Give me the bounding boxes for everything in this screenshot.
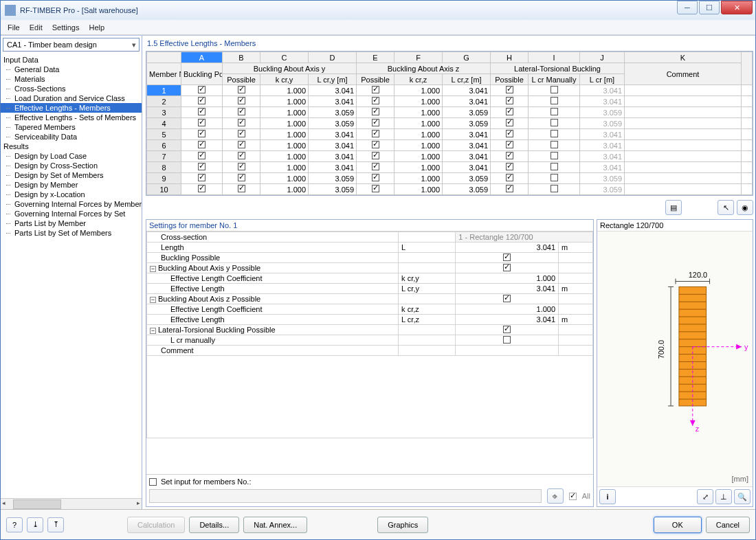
checkbox[interactable] <box>238 163 245 170</box>
checkbox[interactable] <box>198 119 205 126</box>
tree-node[interactable]: Design by Member <box>1 180 142 190</box>
view-icon-button[interactable]: ◉ <box>737 200 753 215</box>
table-row[interactable]: 41.0003.0591.0003.0593.059 <box>147 118 753 129</box>
menu-help[interactable]: Help <box>89 23 104 32</box>
checkbox[interactable] <box>551 174 558 181</box>
checkbox[interactable] <box>506 108 513 115</box>
checkbox[interactable] <box>551 185 558 192</box>
checkbox[interactable] <box>506 130 513 137</box>
tree-node[interactable]: Load Duration and Service Class <box>1 93 142 103</box>
checkbox[interactable] <box>506 152 513 159</box>
checkbox[interactable] <box>551 130 558 137</box>
nav-tree[interactable]: Input Data General DataMaterialsCross-Se… <box>1 54 142 498</box>
checkbox[interactable] <box>551 108 558 115</box>
checkbox[interactable] <box>198 185 205 192</box>
checkbox[interactable] <box>372 130 379 137</box>
all-check[interactable] <box>569 493 577 500</box>
collapse-icon[interactable]: − <box>150 328 156 334</box>
cancel-button[interactable]: Cancel <box>706 517 750 533</box>
table-row[interactable]: 11.0003.0411.0003.0413.041 <box>147 85 753 96</box>
checkbox[interactable] <box>198 174 205 181</box>
checkbox[interactable] <box>551 152 558 159</box>
import-icon-button[interactable]: ⤓ <box>27 517 43 532</box>
menu-file[interactable]: File <box>8 23 20 32</box>
minimize-button[interactable]: ─ <box>677 1 698 14</box>
col-possible-lt[interactable]: Possible <box>491 74 529 85</box>
checkbox[interactable] <box>238 108 245 115</box>
tree-hscroll[interactable] <box>1 498 142 509</box>
prop-lat-tor-check[interactable] <box>503 326 511 333</box>
axes-icon-button[interactable]: ⤢ <box>697 489 713 504</box>
col-letter-h[interactable]: H <box>491 52 529 63</box>
table-row[interactable]: 31.0003.0591.0003.0593.059 <box>147 107 753 118</box>
checkbox[interactable] <box>551 119 558 126</box>
graphics-button[interactable]: Graphics <box>377 517 428 533</box>
tree-node[interactable]: Cross-Sections <box>1 84 142 93</box>
table-row[interactable]: 51.0003.0411.0003.0413.041 <box>147 129 753 140</box>
prop-lcr-man-check[interactable] <box>503 336 511 344</box>
col-lcry[interactable]: L cr,y [m] <box>309 74 357 85</box>
module-select[interactable]: CA1 - Timber beam design <box>3 38 140 52</box>
prop-buckling-check[interactable] <box>503 254 511 261</box>
menu-settings[interactable]: Settings <box>52 23 80 32</box>
checkbox[interactable] <box>198 86 205 93</box>
checkbox[interactable] <box>551 97 558 104</box>
close-button[interactable]: ✕ <box>721 1 753 14</box>
table-row[interactable]: 101.0003.0591.0003.0593.059 <box>147 184 753 195</box>
checkbox[interactable] <box>506 141 513 148</box>
checkbox[interactable] <box>506 97 513 104</box>
details-button[interactable]: Details... <box>189 517 239 533</box>
tree-node[interactable]: General Data <box>1 65 142 74</box>
table-row[interactable]: 81.0003.0411.0003.0413.041 <box>147 162 753 173</box>
checkbox[interactable] <box>238 97 245 104</box>
tree-node[interactable]: Governing Internal Forces by Member <box>1 199 142 209</box>
col-letter-f[interactable]: F <box>394 52 443 63</box>
table-row[interactable]: 21.0003.0411.0003.0413.041 <box>147 96 753 107</box>
checkbox[interactable] <box>372 86 379 93</box>
tree-node[interactable]: Governing Internal Forces by Set <box>1 209 142 218</box>
col-lcrz[interactable]: L cr,z [m] <box>443 74 491 85</box>
prop-length-value[interactable]: 3.041 <box>456 243 559 253</box>
zoom-icon-button[interactable]: 🔍 <box>734 489 751 504</box>
prop-kcry-value[interactable]: 1.000 <box>456 273 559 284</box>
checkbox[interactable] <box>506 86 513 93</box>
checkbox[interactable] <box>238 174 245 181</box>
table-row[interactable]: 71.0003.0411.0003.0413.041 <box>147 151 753 162</box>
dimension-icon-button[interactable]: ⊥ <box>715 489 732 504</box>
checkbox[interactable] <box>506 174 513 181</box>
filter-icon-button[interactable]: ▤ <box>665 200 682 215</box>
tree-node[interactable]: Parts List by Member <box>1 218 142 228</box>
col-letter-i[interactable]: I <box>529 52 580 63</box>
checkbox[interactable] <box>372 152 379 159</box>
checkbox[interactable] <box>372 108 379 115</box>
tree-node[interactable]: Effective Lengths - Sets of Members <box>1 113 142 122</box>
checkbox[interactable] <box>198 108 205 115</box>
prop-buck-y-check[interactable] <box>503 264 511 271</box>
members-grid[interactable]: A B C D E F G H I J K <box>146 51 753 196</box>
col-letter-b[interactable]: B <box>223 52 260 63</box>
checkbox[interactable] <box>372 185 379 192</box>
checkbox[interactable] <box>238 130 245 137</box>
checkbox[interactable] <box>198 141 205 148</box>
checkbox[interactable] <box>238 152 245 159</box>
col-letter-g[interactable]: G <box>443 52 491 63</box>
col-kcrz[interactable]: k cr,z <box>394 74 443 85</box>
checkbox[interactable] <box>238 119 245 126</box>
checkbox[interactable] <box>372 141 379 148</box>
tree-node[interactable]: Design by x-Location <box>1 190 142 199</box>
set-input-check[interactable] <box>149 478 157 486</box>
col-kcry[interactable]: k cr,y <box>260 74 309 85</box>
tree-node[interactable]: Tapered Members <box>1 122 142 132</box>
pick-icon-button[interactable]: ↖ <box>718 200 734 215</box>
col-lcr[interactable]: L cr [m] <box>580 74 625 85</box>
checkbox[interactable] <box>551 141 558 148</box>
checkbox[interactable] <box>372 174 379 181</box>
export-icon-button[interactable]: ⤒ <box>47 517 64 532</box>
col-letter-d[interactable]: D <box>309 52 357 63</box>
tree-node[interactable]: Design by Cross-Section <box>1 161 142 170</box>
checkbox[interactable] <box>506 119 513 126</box>
set-input-field[interactable] <box>149 489 542 503</box>
col-comment[interactable]: Comment <box>625 63 742 85</box>
checkbox[interactable] <box>238 185 245 192</box>
tree-node[interactable]: Design by Load Case <box>1 151 142 161</box>
